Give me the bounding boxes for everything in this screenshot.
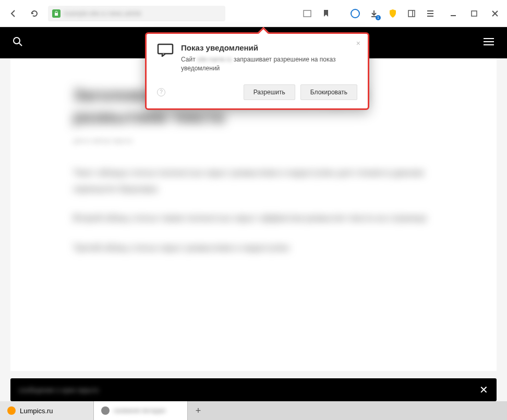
svg-rect-9 <box>472 11 477 16</box>
svg-point-2 <box>351 9 359 18</box>
menu-icon[interactable] <box>425 8 436 19</box>
svg-rect-17 <box>158 44 173 54</box>
toolbar-right: 1 <box>301 8 501 19</box>
address-bar[interactable]: example-site.ru news article <box>48 6 225 21</box>
article-para: Второй абзац статьи также полностью скры… <box>73 211 434 227</box>
sidebar-icon[interactable] <box>406 8 417 19</box>
notification-permission-dialog: × Показ уведомлений Сайт site-name.ru за… <box>145 32 369 110</box>
browser-toolbar: example-site.ru news article 1 <box>0 0 507 27</box>
tab-label: Lumpics.ru <box>20 407 53 415</box>
reader-icon[interactable] <box>301 8 313 19</box>
hamburger-icon[interactable] <box>483 38 494 48</box>
reload-button[interactable] <box>27 6 42 21</box>
article-meta: дата и автор скрыты <box>73 137 434 144</box>
shield-icon[interactable] <box>387 8 399 19</box>
tab-bar: Lumpics.ru название вкладки + <box>0 401 507 420</box>
block-button[interactable]: Блокировать <box>300 84 357 100</box>
new-tab-button[interactable]: + <box>188 401 209 420</box>
favicon-icon <box>7 406 16 415</box>
minimize-button[interactable] <box>448 8 459 19</box>
cookie-banner: сообщение о куки скрыто ✕ <box>10 378 497 401</box>
url-text: example-site.ru news article <box>64 10 141 17</box>
help-icon[interactable]: ? <box>157 88 165 96</box>
yandex-icon[interactable] <box>349 8 361 19</box>
maximize-button[interactable] <box>468 8 480 19</box>
downloads-icon[interactable]: 1 <box>368 8 380 19</box>
svg-rect-1 <box>304 10 311 17</box>
search-icon[interactable] <box>13 36 23 49</box>
download-badge: 1 <box>376 15 381 20</box>
article-para: Текст абзаца статьи полностью скрыт разм… <box>73 165 434 197</box>
close-button[interactable] <box>489 8 501 19</box>
svg-rect-3 <box>408 10 415 17</box>
speech-bubble-icon <box>157 43 174 57</box>
dialog-close-button[interactable]: × <box>356 39 360 47</box>
dialog-body: Сайт site-name.ru запрашивает разрешение… <box>181 55 357 73</box>
bookmark-icon[interactable] <box>320 8 332 19</box>
back-button[interactable] <box>6 6 21 21</box>
tab-label: название вкладки <box>114 407 165 414</box>
favicon-icon <box>101 406 110 415</box>
svg-point-12 <box>14 38 20 44</box>
cookie-close-button[interactable]: ✕ <box>479 384 488 396</box>
tab-current[interactable]: название вкладки <box>94 401 188 420</box>
tab-lumpics[interactable]: Lumpics.ru <box>0 401 94 420</box>
dialog-title: Показ уведомлений <box>181 43 357 52</box>
lock-icon <box>52 9 61 18</box>
cookie-text: сообщение о куки скрыто <box>19 386 479 394</box>
svg-rect-0 <box>55 13 58 16</box>
svg-line-13 <box>19 43 22 46</box>
article-para: Третий абзац статьи скрыт размытием и не… <box>73 240 434 256</box>
window-controls <box>448 8 501 19</box>
allow-button[interactable]: Разрешить <box>244 84 295 100</box>
